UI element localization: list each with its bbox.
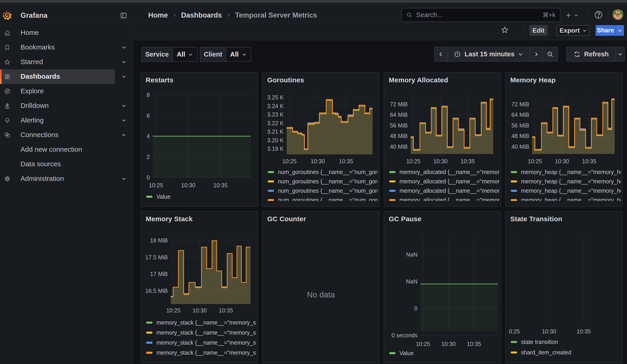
sidebar-item-drilldown[interactable]: Drilldown xyxy=(0,99,133,113)
legend-item[interactable]: memory_allocated {__name__="memory_alloc… xyxy=(389,186,499,196)
y-axis-label: 48 MiB xyxy=(511,133,529,139)
legend-series-dash xyxy=(511,199,517,201)
header-divider xyxy=(587,10,588,20)
panel-legend: num_goroutines {__name__="num_goroutines… xyxy=(268,167,378,201)
sidebar-item-data-sources[interactable]: Data sources xyxy=(0,157,133,171)
legend-series-dash xyxy=(268,199,274,201)
time-range-picker[interactable]: Last 15 minutes xyxy=(447,47,530,61)
breadcrumb-current: Temporal Server Metrics xyxy=(235,11,317,19)
legend-item[interactable]: memory_heap {__name__="memory_heap" xyxy=(511,167,621,177)
legend-item[interactable]: memory_allocated {__name__="memory_alloc… xyxy=(389,196,499,201)
refresh-controls: Refresh xyxy=(566,47,625,62)
legend-item[interactable]: num_goroutines {__name__="num_goroutines… xyxy=(268,196,378,201)
service-filter-value[interactable]: All xyxy=(172,47,198,62)
favorite-star-icon[interactable] xyxy=(501,26,509,34)
chevron-down-icon[interactable] xyxy=(122,45,126,50)
legend-item[interactable]: memory_stack {__name__="memory_stack" xyxy=(146,338,256,348)
chevron-right-icon xyxy=(534,52,539,57)
legend-item[interactable]: memory_heap {__name__="memory_heap" xyxy=(511,177,621,186)
y-axis-label: 3.21 K xyxy=(267,128,284,135)
search-input[interactable]: Search... ⌘+k xyxy=(401,8,560,22)
legend-item[interactable]: state transition xyxy=(511,337,621,347)
legend-series-dash xyxy=(511,341,517,343)
gear-icon xyxy=(4,176,10,182)
legend-item[interactable]: num_goroutines {__name__="num_goroutines… xyxy=(268,177,378,186)
legend-item[interactable]: memory_stack {__name__="memory_stack" xyxy=(146,327,256,338)
y-axis-label: 16.5 MiB xyxy=(145,288,168,294)
x-axis-label: 10:25 xyxy=(149,182,163,188)
x-axis-label: 10:25 xyxy=(406,158,421,164)
legend-item[interactable]: memory_stack {__name__="memory_stack" xyxy=(146,317,256,327)
sidebar-item-connections[interactable]: Connections xyxy=(0,128,133,142)
refresh-interval-button[interactable] xyxy=(616,47,624,61)
legend-series-label: memory_stack {__name__="memory_stack" xyxy=(157,349,256,356)
legend-series-dash xyxy=(511,171,517,173)
y-axis-label: 72 MiB xyxy=(511,101,529,107)
legend-series-dash xyxy=(268,180,274,182)
chevron-left-icon xyxy=(438,52,443,57)
sidebar-item-label: Data sources xyxy=(20,160,61,168)
chevron-down-icon[interactable] xyxy=(122,177,126,181)
legend-series-label: Value xyxy=(157,193,170,200)
chevron-down-icon[interactable] xyxy=(122,75,126,79)
add-menu-button[interactable] xyxy=(565,11,583,20)
chart-gc_pause[interactable]: NaNNaN00 seconds10:2510:3010:35 xyxy=(384,211,501,363)
legend-item[interactable]: memory_heap {__name__="memory_heap" xyxy=(511,186,621,196)
y-axis-label: 0 seconds xyxy=(391,332,418,338)
refresh-button[interactable]: Refresh xyxy=(567,47,616,61)
legend-series-label: state transition xyxy=(521,339,558,345)
sidebar-item-home[interactable]: Home xyxy=(0,26,133,40)
legend-series-dash xyxy=(268,190,274,192)
sidebar-item-dashboards[interactable]: Dashboards xyxy=(0,69,133,84)
legend-item[interactable]: memory_allocated {__name__="memory_alloc… xyxy=(389,177,499,186)
avatar-image xyxy=(612,9,623,20)
export-button[interactable]: Export xyxy=(557,25,590,36)
breadcrumb-dashboards[interactable]: Dashboards xyxy=(181,11,222,19)
legend-series-label: memory_heap {__name__="memory_heap" xyxy=(521,197,621,201)
sidebar-item-alerting[interactable]: Alerting xyxy=(0,113,133,128)
time-zoom-out-button[interactable] xyxy=(542,47,558,61)
chevron-down-icon[interactable] xyxy=(122,60,126,64)
legend-series-dash xyxy=(146,321,153,324)
time-shift-back-button[interactable] xyxy=(435,47,447,61)
chevron-down-icon[interactable] xyxy=(122,118,126,122)
legend-item[interactable]: shard_item_created xyxy=(511,347,621,358)
legend-item[interactable]: memory_allocated {__name__="memory_alloc… xyxy=(389,167,499,177)
breadcrumb-home[interactable]: Home xyxy=(148,11,168,19)
share-menu-button[interactable] xyxy=(615,25,624,36)
legend-item[interactable]: Value xyxy=(146,192,256,202)
user-avatar[interactable] xyxy=(612,9,623,20)
chevron-down-icon xyxy=(618,28,622,33)
legend-series-label: memory_heap {__name__="memory_heap" xyxy=(521,169,621,175)
home-icon xyxy=(4,30,10,36)
series-fill xyxy=(153,136,251,177)
client-filter-value[interactable]: All xyxy=(226,47,251,62)
chart-restarts[interactable]: 0246810:2510:3010:35 xyxy=(141,73,258,207)
legend-item[interactable]: memory_stack {__name__="memory_stack" xyxy=(146,348,256,358)
help-icon[interactable] xyxy=(594,10,603,19)
sidebar-item-starred[interactable]: Starred xyxy=(0,55,133,69)
share-button[interactable]: Share xyxy=(596,25,615,36)
window-title-strip xyxy=(0,0,627,3)
x-axis-label: 0:25 xyxy=(509,328,520,335)
legend-item[interactable]: num_goroutines {__name__="num_goroutines… xyxy=(268,186,378,196)
chevron-down-icon[interactable] xyxy=(122,104,126,108)
legend-item[interactable]: Value xyxy=(389,348,499,358)
y-axis-label: 56 MiB xyxy=(511,122,529,129)
service-filter-label: Service xyxy=(141,47,172,62)
time-shift-forward-button[interactable] xyxy=(530,47,542,61)
legend-item[interactable]: num_goroutines {__name__="num_goroutines… xyxy=(268,167,378,177)
legend-item[interactable]: memory_heap {__name__="memory_heap" xyxy=(511,196,621,201)
collapse-sidebar-icon[interactable] xyxy=(120,12,127,19)
legend-series-label: num_goroutines {__name__="num_goroutines… xyxy=(278,169,378,175)
edit-button[interactable]: Edit xyxy=(529,25,548,36)
sidebar-item-administration[interactable]: Administration xyxy=(0,171,133,186)
chevron-up-icon[interactable] xyxy=(122,133,126,137)
sidebar-item-add-new-connection[interactable]: Add new connection xyxy=(0,142,133,157)
chevron-down-icon xyxy=(574,13,578,17)
sidebar-item-explore[interactable]: Explore xyxy=(0,84,133,99)
panel-title[interactable]: GC Counter xyxy=(267,215,306,223)
x-axis-label: 10:35 xyxy=(582,158,596,164)
sidebar-item-bookmarks[interactable]: Bookmarks xyxy=(0,40,133,55)
x-axis-label: 10:30 xyxy=(192,307,207,313)
